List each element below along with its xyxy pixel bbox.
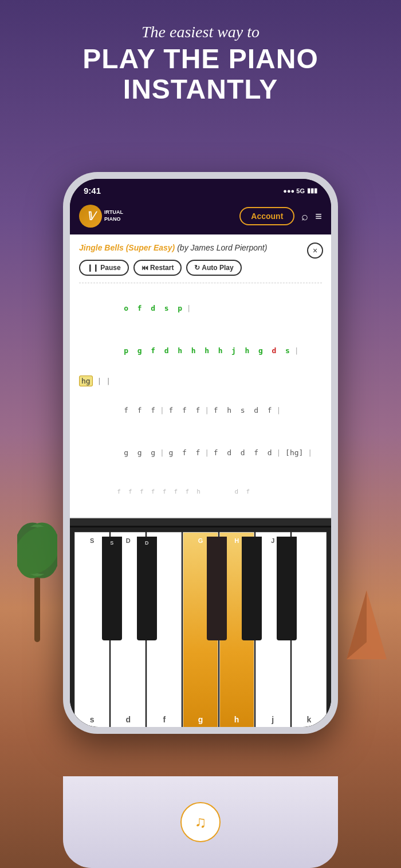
signal-icon: ●●● 5G bbox=[283, 187, 305, 194]
key-label-bottom-s: s bbox=[90, 715, 95, 724]
black-key-label-sd: S bbox=[110, 540, 113, 546]
key-label-bottom-h: h bbox=[234, 715, 239, 724]
search-icon[interactable]: ⌕ bbox=[301, 210, 308, 223]
key-label-top-d: D bbox=[126, 537, 131, 544]
header-subtitle: The easiest way to bbox=[23, 23, 378, 41]
close-button[interactable]: × bbox=[307, 243, 323, 259]
key-label-top-j: J bbox=[271, 537, 274, 544]
sheet-row-5: g g g | g f f | f d d f d | [hg] | bbox=[79, 432, 322, 474]
phone-screen: 9:41 ●●● 5G ▮▮▮ 𝕍 IRTUALPIANO Account ⌕ … bbox=[70, 179, 331, 727]
key-label-bottom-k: k bbox=[307, 715, 312, 724]
piano-top-bar bbox=[70, 518, 331, 527]
phone-mockup: 9:41 ●●● 5G ▮▮▮ 𝕍 IRTUALPIANO Account ⌕ … bbox=[63, 172, 338, 734]
status-time: 9:41 bbox=[84, 186, 101, 196]
black-key-df[interactable]: D bbox=[137, 537, 157, 640]
autoplay-button[interactable]: ↻ Auto Play bbox=[186, 260, 241, 276]
highlighted-note: hg bbox=[79, 376, 93, 386]
music-note-icon: ♫ bbox=[195, 813, 207, 831]
palm-tree-left bbox=[17, 516, 57, 644]
nav-right: Account ⌕ ≡ bbox=[239, 207, 322, 225]
battery-icon: ▮▮▮ bbox=[307, 187, 317, 194]
restart-button[interactable]: ⏮ Restart bbox=[133, 260, 182, 276]
playback-controls: ❙❙ Pause ⏮ Restart ↻ Auto Play bbox=[79, 260, 322, 276]
black-key-sd[interactable]: S bbox=[102, 537, 122, 640]
key-label-top-h: H bbox=[234, 537, 239, 544]
logo-icon: 𝕍 bbox=[79, 205, 102, 228]
song-title: Jingle Bells (Super Easy) (by James Lord… bbox=[79, 243, 322, 254]
key-label-bottom-f: f bbox=[163, 715, 166, 724]
piano-area: S s D d f bbox=[70, 518, 331, 727]
logo-text: IRTUALPIANO bbox=[104, 209, 123, 222]
header-section: The easiest way to PLAY THE PIANO INSTAN… bbox=[0, 23, 401, 105]
key-label-top-g: G bbox=[198, 537, 203, 544]
sheet-row-1: o f d s p | bbox=[79, 288, 322, 330]
song-title-main: Jingle Bells (Super Easy) bbox=[79, 243, 175, 252]
sheet-row-3: hg | | bbox=[79, 374, 322, 388]
pyramid-right bbox=[347, 591, 387, 662]
account-button[interactable]: Account bbox=[239, 207, 294, 225]
black-key-jk[interactable] bbox=[277, 537, 297, 640]
sheet-music: o f d s p | p g f d h h h h j h g d s | … bbox=[79, 283, 322, 510]
music-note-button[interactable]: ♫ bbox=[180, 802, 221, 842]
status-icons: ●●● 5G ▮▮▮ bbox=[283, 187, 317, 194]
header-title: PLAY THE PIANO INSTANTLY bbox=[23, 44, 378, 105]
key-label-bottom-d: d bbox=[125, 715, 131, 724]
black-key-label-df: D bbox=[145, 540, 149, 546]
song-area: Jingle Bells (Super Easy) (by James Lord… bbox=[70, 234, 331, 518]
key-label-top-s: S bbox=[90, 537, 94, 544]
status-bar: 9:41 ●●● 5G ▮▮▮ bbox=[70, 179, 331, 200]
key-label-bottom-j: j bbox=[272, 715, 274, 724]
sheet-row-2: p g f d h h h h j h g d s | bbox=[79, 330, 322, 373]
sheet-row-6: f f f f f f f h d f bbox=[79, 474, 322, 510]
bottom-section: ♫ bbox=[63, 776, 338, 868]
menu-icon[interactable]: ≡ bbox=[315, 210, 322, 223]
black-key-gh[interactable] bbox=[207, 537, 227, 640]
key-label-bottom-g: g bbox=[198, 715, 203, 724]
app-navbar: 𝕍 IRTUALPIANO Account ⌕ ≡ bbox=[70, 200, 331, 234]
black-key-hj[interactable] bbox=[242, 537, 262, 640]
app-logo: 𝕍 IRTUALPIANO bbox=[79, 205, 123, 228]
header-title-line2: INSTANTLY bbox=[123, 74, 278, 104]
header-title-line1: PLAY THE PIANO bbox=[82, 44, 318, 74]
pause-button[interactable]: ❙❙ Pause bbox=[79, 260, 129, 276]
song-author: (by James Lord Pierpont) bbox=[177, 243, 267, 252]
sheet-row-4: f f f | f f f | f h s d f | bbox=[79, 389, 322, 432]
piano-keyboard[interactable]: S s D d f bbox=[70, 527, 331, 727]
white-key-k[interactable]: k bbox=[292, 532, 327, 727]
